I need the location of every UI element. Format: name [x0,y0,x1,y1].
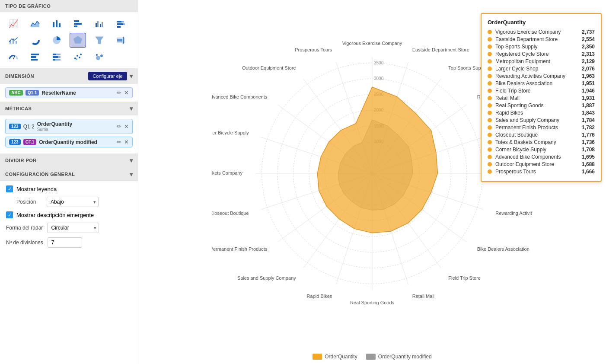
svg-rect-3 [59,23,61,27]
svg-point-42 [96,54,98,56]
svg-marker-96 [317,87,437,233]
dimension-section: ABC Q1.1 ResellerName ✏ ✕ [0,84,138,102]
svg-text:Prosperous Tours: Prosperous Tours [295,47,332,52]
svg-rect-33 [53,59,55,61]
divide-by-header[interactable]: DIVIDIR POR ▾ [0,153,138,167]
general-config-label: CONFIGURACIÓN GENERAL [5,172,75,177]
metrics-header[interactable]: MÉTRICAS ▾ [0,102,138,115]
dimension-header[interactable]: DIMENSIÓN Configurar eje ▾ [0,68,138,84]
tooltip-row: Totes & Baskets Company1,736 [488,139,595,145]
svg-rect-32 [58,56,61,58]
svg-rect-2 [56,20,57,27]
metric-pill-1: 123 CF.1 OrderQuantity modified ✏ ✕ [5,137,133,147]
metrics-label: MÉTRICAS [5,106,32,111]
metric-pill-0: 123 Q1.2 OrderQuantity Suma ✏ ✕ [5,119,133,134]
svg-rect-1 [53,22,54,27]
chart-bar-icon[interactable] [48,16,65,31]
chart-type-header[interactable]: TIPO DE GRÁFICO [0,0,138,12]
svg-point-40 [96,56,100,60]
chart-funnel-icon[interactable] [91,33,108,48]
chart-hstacked2-icon[interactable] [48,49,65,64]
chart-area-icon[interactable] [27,16,43,31]
tooltip-row: Registered Cycle Store2,313 [488,51,595,57]
svg-rect-27 [31,56,36,58]
svg-text:Eastside Department Store: Eastside Department Store [412,47,469,52]
general-config-section: ✓ Mostrar leyenda Posición Abajo ✓ Mostr… [0,181,138,256]
svg-rect-10 [102,22,103,27]
position-select-wrapper[interactable]: Abajo [47,197,99,207]
general-config-header[interactable]: CONFIGURACIÓN GENERAL ▾ [0,167,138,181]
chart-combo-icon[interactable] [5,33,22,48]
tooltip-title: OrderQuantity [488,19,595,26]
dimension-remove-icon[interactable]: ✕ [124,89,129,96]
radar-shape-select[interactable]: Circular [47,223,99,233]
tooltip-row: Sales and Supply Company1,784 [488,117,595,123]
legend-label-1: OrderQuantity modified [378,354,432,360]
position-label: Posición [16,199,42,205]
metric-remove-1[interactable]: ✕ [124,139,129,145]
tooltip-row: Eastside Department Store2,554 [488,36,595,42]
chart-pie-icon[interactable] [48,33,65,48]
metric-edit-0[interactable]: ✏ [117,123,121,130]
tooltip-rows: Vigorous Exercise Company2,737Eastside D… [488,29,595,175]
tooltip-row: Top Sports Supply2,350 [488,44,595,50]
chart-line-icon[interactable]: 📈 [5,16,22,31]
tooltip-row: Retail Mall1,931 [488,95,595,101]
main-area: .axis-label { font-size: 11px; fill: #55… [138,0,606,364]
metric-type-1: 123 [9,139,21,145]
metric-remove-0[interactable]: ✕ [124,123,129,130]
position-select[interactable]: Abajo [47,197,99,207]
chart-bullet-icon[interactable] [113,33,129,48]
svg-rect-34 [55,59,61,61]
show-tooltip-checkbox[interactable]: ✓ [6,211,13,218]
svg-text:Totes & Baskets Company: Totes & Baskets Company [212,170,242,176]
tooltip-row: Bike Dealers Association1,951 [488,80,595,86]
legend-label-0: OrderQuantity [325,354,357,360]
show-legend-checkbox[interactable]: ✓ [6,185,13,192]
svg-text:Real Sporting Goods: Real Sporting Goods [350,300,395,305]
tooltip-row: Rewarding Activities Company1,963 [488,73,595,79]
chart-scatter-icon[interactable] [70,49,86,64]
sidebar: TIPO DE GRÁFICO 📈 [0,0,138,364]
radar-shape-label: Forma del radar [6,225,43,231]
dimension-chevron[interactable]: ▾ [130,73,133,80]
svg-rect-26 [31,54,39,55]
svg-line-25 [13,56,15,59]
metrics-section: 123 Q1.2 OrderQuantity Suma ✏ ✕ 123 CF.1… [0,115,138,153]
tooltip-row: Closeout Boutique1,776 [488,132,595,138]
tooltip-row: Corner Bicycle Supply1,708 [488,147,595,153]
dimension-edit-icon[interactable]: ✏ [117,89,121,96]
show-legend-label: Mostrar leyenda [16,186,57,192]
tooltip-row: Rapid Bikes1,843 [488,110,595,116]
svg-text:Permanent Finish Products: Permanent Finish Products [212,246,268,252]
divisions-input[interactable] [48,237,82,248]
chart-stacked-hbar-icon[interactable] [113,16,129,31]
chart-radar-icon[interactable] [70,33,86,48]
tooltip-row: Larger Cycle Shop2,076 [488,66,595,72]
chart-legend: OrderQuantity OrderQuantity modified [138,354,606,360]
chart-hbar-icon[interactable] [70,16,86,31]
chart-grouped-bar-icon[interactable] [91,16,108,31]
svg-rect-4 [74,20,79,22]
chart-gauge-icon[interactable] [5,49,22,64]
chart-donut-icon[interactable] [27,33,43,48]
configure-axis-button[interactable]: Configurar eje [88,72,127,80]
svg-rect-6 [74,26,77,27]
metric-edit-1[interactable]: ✏ [117,139,121,145]
chart-type-label: TIPO DE GRÁFICO [5,3,51,9]
svg-point-19 [31,36,39,44]
chart-type-grid: 📈 [0,12,138,68]
svg-point-36 [77,55,78,57]
svg-rect-23 [117,39,122,42]
radar-shape-select-wrapper[interactable]: Circular [47,223,99,233]
svg-rect-12 [121,21,124,22]
divide-by-chevron[interactable]: ▾ [130,157,133,164]
svg-text:Rewarding Activities Company: Rewarding Activities Company [495,211,532,216]
chart-bubble-icon[interactable] [91,49,108,64]
svg-point-37 [79,57,80,58]
metrics-chevron[interactable]: ▾ [130,105,133,112]
svg-rect-29 [53,54,56,55]
chart-hbars2-icon[interactable] [27,49,43,64]
general-config-chevron[interactable]: ▾ [130,171,133,178]
svg-text:Corner Bicycle Supply: Corner Bicycle Supply [212,130,249,135]
